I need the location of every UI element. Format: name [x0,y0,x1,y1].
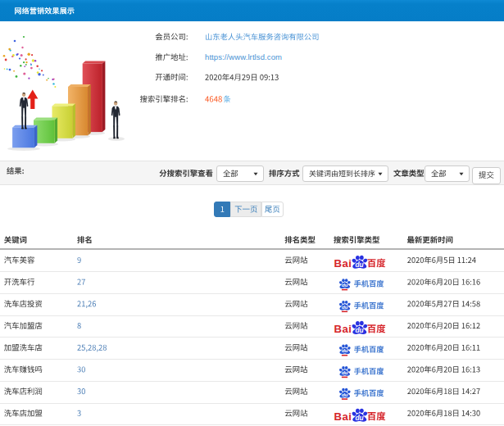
svg-text:Bai: Bai [334,257,352,270]
svg-text:du: du [356,326,364,334]
svg-text:du: du [342,392,348,397]
svg-text:du: du [356,261,364,269]
svg-text:Bai: Bai [334,410,352,423]
svg-text:Bai: Bai [334,323,352,335]
svg-text:du: du [356,414,364,422]
svg-text:du: du [342,369,348,375]
svg-text:du: du [342,347,348,353]
svg-text:du: du [342,282,348,288]
svg-text:du: du [342,304,348,310]
